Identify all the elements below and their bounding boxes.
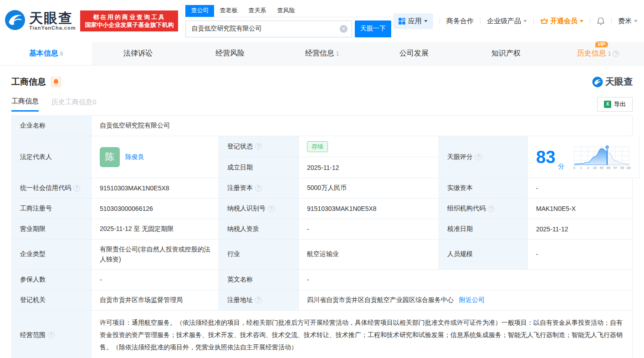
field-label: 参保人数: [12, 270, 92, 290]
chevron-down-icon: [580, 20, 583, 22]
help-icon[interactable]: ?: [268, 205, 275, 212]
section-title: 工商信息: [11, 76, 46, 88]
table-row: 工商注册号 510303000066126 纳税人识别号? 91510303MA…: [12, 199, 633, 219]
tab-operation-risk[interactable]: 经营风险: [184, 42, 276, 65]
search-tabs: 查公司 查老板 查关系 查风险: [185, 5, 391, 17]
taxpayer-id-value: 91510303MAK1N0E5X8: [299, 199, 439, 219]
business-term-value: 2025-11-12 至 无固定期限: [92, 219, 219, 240]
notifications-bell-icon[interactable]: [597, 17, 605, 26]
business-scope-value: 许可项目：通用航空服务。（依法须经批准的项目，经相关部门批准后方可开展经营活动，…: [92, 311, 633, 358]
tab-history-info[interactable]: 历史信息 VIP 1 ?: [552, 42, 644, 65]
field-label: 登记机关: [12, 290, 92, 311]
slogan-line2: 国家中小企业发展子基金旗下机构: [85, 21, 174, 29]
field-label: 登记状态?: [219, 136, 299, 157]
company-type-value: 有限责任公司(非自然人投资或控股的法人独资): [92, 240, 219, 270]
field-label: 纳税人识别号?: [219, 199, 299, 219]
field-label: 纳税人资质: [219, 219, 299, 240]
tab-company-development[interactable]: 公司发展: [368, 42, 460, 65]
field-label: 实缴资本: [439, 178, 528, 199]
score-value: 83: [536, 148, 555, 166]
search-tab-company[interactable]: 查公司: [185, 5, 214, 17]
tab-legal-litigation[interactable]: 法律诉讼: [92, 42, 184, 65]
help-icon[interactable]: ?: [73, 185, 80, 192]
subtab-history-business-info[interactable]: 历史工商信息0: [51, 98, 96, 111]
help-icon[interactable]: ?: [48, 332, 55, 338]
taxpayer-quality-value: -: [299, 219, 439, 240]
search-button[interactable]: 天眼一下: [355, 20, 392, 37]
logo-domain: TianYanCha.com: [29, 25, 76, 31]
field-label: 行业: [219, 240, 299, 270]
user-account-menu[interactable]: 费米: [618, 17, 638, 26]
tab-intellectual-property[interactable]: 知识产权: [460, 42, 552, 65]
enterprise-products-menu[interactable]: 企业级产品: [487, 17, 527, 26]
search-tab-boss[interactable]: 查老板: [214, 5, 243, 17]
tab-basic-info[interactable]: 基本信息8: [0, 42, 92, 65]
score-distribution-chart: 0131550859799100: [572, 144, 631, 170]
subtab-business-info[interactable]: 工商信息: [11, 97, 39, 112]
crown-icon: [540, 17, 548, 25]
svg-text:50: 50: [600, 166, 603, 169]
monitor-bell-icon[interactable]: [51, 77, 61, 87]
approval-date-value: 2025-11-12: [528, 219, 633, 240]
svg-text:1: 1: [580, 166, 582, 169]
field-label: 经营范围?: [12, 311, 92, 358]
score-unit: 分: [558, 163, 564, 173]
english-name-value: -: [299, 270, 633, 290]
svg-text:100: 100: [626, 166, 631, 169]
chevron-down-icon: [424, 20, 428, 22]
field-label: 企业类型: [12, 240, 92, 270]
field-label: 营业期限: [12, 219, 92, 240]
field-label: 核准日期: [439, 219, 528, 240]
help-icon[interactable]: ?: [255, 297, 262, 303]
help-icon[interactable]: ?: [613, 51, 619, 57]
legal-rep-link[interactable]: 陈俊良: [125, 153, 144, 161]
help-icon[interactable]: ?: [475, 153, 482, 160]
help-icon[interactable]: ?: [255, 185, 262, 192]
search-tab-risk[interactable]: 查风险: [271, 5, 300, 17]
clear-search-icon[interactable]: ✕: [340, 25, 348, 33]
tab-operation-info[interactable]: 经营信息1: [276, 42, 368, 65]
field-label: 天眼评分?: [439, 136, 528, 178]
field-label: 工商注册号: [12, 199, 92, 219]
svg-text:0: 0: [573, 166, 575, 169]
search-input[interactable]: [185, 20, 352, 37]
field-label: 英文名称: [219, 270, 299, 290]
tyc-score-cell: 83 分 0131550859799100: [528, 136, 639, 178]
svg-text:99: 99: [620, 166, 624, 169]
export-button[interactable]: X 导出: [597, 97, 633, 112]
slogan-banner: 都在用的商业查询工具 国家中小企业发展子基金旗下机构: [80, 10, 178, 31]
reg-status-value: 存续: [299, 136, 439, 157]
org-code-value: MAK1N0E5-X: [528, 199, 633, 219]
legal-rep-cell: 陈 陈俊良: [92, 136, 219, 178]
chevron-down-icon: [523, 20, 527, 22]
nearby-companies-link[interactable]: 附近公司: [459, 296, 485, 304]
logo-name: 天眼查: [29, 11, 76, 25]
table-row: 经营范围? 许可项目：通用航空服务。（依法须经批准的项目，经相关部门批准后方可开…: [12, 311, 633, 358]
search-tab-relation[interactable]: 查关系: [243, 5, 271, 17]
credit-code-value: 91510303MAK1N0E5X8: [92, 178, 219, 199]
table-row: 企业名称 自贡低空研究院有限公司: [12, 116, 633, 136]
company-tabbar: 基本信息8 法律诉讼 经营风险 经营信息1 公司发展 知识产权 历史信息 VIP…: [0, 42, 644, 66]
watermark-logo: 天眼查: [592, 76, 633, 88]
business-cooperation-link[interactable]: 商务合作: [446, 17, 474, 26]
tianyancha-logo[interactable]: 天眼查 TianYanCha.com: [5, 10, 76, 32]
open-vip-menu[interactable]: 开通会员: [540, 17, 583, 26]
paid-capital-value: -: [528, 178, 633, 199]
avatar[interactable]: 陈: [100, 147, 120, 167]
help-icon[interactable]: ?: [488, 205, 495, 212]
apps-label: 应用: [408, 17, 422, 26]
reg-address-value: 四川省自贡市贡井区自贡航空产业园区综合服务中心 附近公司: [299, 290, 633, 311]
table-row: 企业类型 有限责任公司(非自然人投资或控股的法人独资) 行业 航空运输业 人员规…: [12, 240, 633, 270]
watermark-text: 天眼查: [605, 76, 633, 88]
field-label: 注册资本?: [219, 178, 299, 199]
insured-count-value: -: [92, 270, 219, 290]
apps-menu[interactable]: 应用: [393, 13, 433, 29]
svg-text:15: 15: [593, 166, 597, 169]
table-row: 营业期限 2025-11-12 至 无固定期限 纳税人资质 - 核准日期 202…: [12, 219, 633, 240]
svg-text:85: 85: [607, 166, 610, 169]
vip-badge: VIP: [595, 41, 608, 47]
section-subtabs: 工商信息 历史工商信息0 X 导出: [11, 97, 633, 112]
apps-grid-icon: [399, 18, 405, 25]
staff-size-value: -: [528, 240, 633, 270]
help-icon[interactable]: ?: [255, 143, 262, 150]
